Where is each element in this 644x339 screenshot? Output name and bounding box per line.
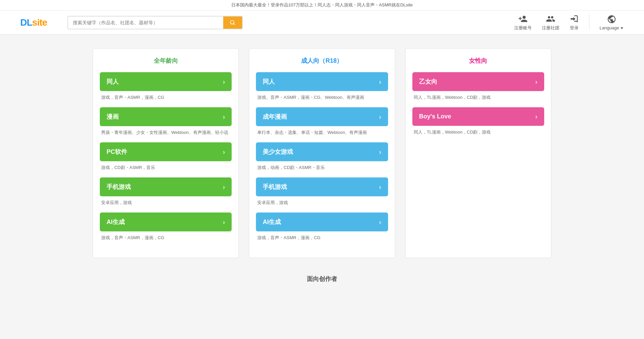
creator-section: 面向创作者 [93, 275, 551, 283]
category-desc-1-1: 单行本、杂志・选集、单话・短篇、Webtoon、有声漫画 [256, 129, 388, 136]
category-desc-0-3: 安卓应用，游戏 [100, 199, 232, 206]
category-btn-label-1-0: 同人 [263, 78, 275, 86]
creator-section-label: 面向创作者 [307, 276, 337, 282]
category-desc-2-1: 同人，TL漫画，Webtoon，CD剧，游戏 [412, 129, 544, 136]
chevron-right-icon-0-4: › [223, 218, 225, 226]
category-btn-label-0-0: 同人 [107, 78, 119, 86]
search-bar [67, 16, 243, 29]
chevron-right-icon-1-4: › [379, 218, 381, 226]
column-title-2: 女性向 [412, 57, 544, 65]
category-btn-0-4[interactable]: AI生成› [100, 213, 232, 231]
category-item-1-1: 成年漫画›单行本、杂志・选集、单话・短篇、Webtoon、有声漫画 [256, 107, 388, 136]
category-btn-2-1[interactable]: Boy's Love› [412, 107, 544, 126]
chevron-right-icon-1-0: › [379, 78, 381, 86]
chevron-right-icon-0-0: › [223, 78, 225, 86]
category-btn-2-0[interactable]: 乙女向› [412, 72, 544, 91]
category-btn-1-3[interactable]: 手机游戏› [256, 177, 388, 196]
logo[interactable]: DLsite [20, 17, 61, 28]
group-icon [546, 14, 555, 24]
register-account-label: 注册账号 [514, 25, 532, 31]
category-item-1-3: 手机游戏›安卓应用，游戏 [256, 177, 388, 206]
chevron-right-icon-0-2: › [223, 148, 225, 156]
search-button[interactable] [223, 17, 242, 29]
category-item-1-0: 同人›游戏、音声・ASMR，漫画・CG、Webtoon、有声漫画 [256, 72, 388, 101]
register-circle-link[interactable]: 注册社团 [542, 14, 559, 31]
category-btn-1-2[interactable]: 美少女游戏› [256, 142, 388, 161]
category-btn-label-2-0: 乙女向 [419, 78, 437, 86]
category-btn-0-0[interactable]: 同人› [100, 72, 232, 91]
category-column-1: 成人向（R18）同人›游戏、音声・ASMR，漫画・CG、Webtoon、有声漫画… [249, 48, 395, 258]
chevron-right-icon-1-1: › [379, 113, 381, 121]
register-circle-label: 注册社团 [542, 25, 559, 31]
category-btn-label-1-1: 成年漫画 [263, 113, 287, 121]
category-item-1-2: 美少女游戏›游戏，动画，CD剧・ASMR・音乐 [256, 142, 388, 171]
chevron-right-icon-0-1: › [223, 113, 225, 121]
top-banner: 日本国内最大最全！登录作品107万部以上！同人志・同人游戏・同人音声・ASMR就… [0, 0, 644, 10]
header-actions: 注册账号 注册社团 登录 [514, 14, 624, 31]
category-desc-2-0: 同人，TL漫画，Webtoon，CD剧，游戏 [412, 94, 544, 101]
categories-grid: 全年龄向同人›游戏，音声・ASMR，漫画，CG漫画›男孩・青年漫画、少女・女性漫… [93, 48, 551, 258]
category-item-2-1: Boy's Love›同人，TL漫画，Webtoon，CD剧，游戏 [412, 107, 544, 136]
login-icon [569, 14, 579, 24]
main-content: 全年龄向同人›游戏，音声・ASMR，漫画，CG漫画›男孩・青年漫画、少女・女性漫… [86, 35, 558, 303]
chevron-right-icon-1-3: › [379, 183, 381, 191]
category-item-0-1: 漫画›男孩・青年漫画、少女・女性漫画、Webtoon、有声漫画、轻小说 [100, 107, 232, 136]
category-desc-0-1: 男孩・青年漫画、少女・女性漫画、Webtoon、有声漫画、轻小说 [100, 129, 232, 136]
register-account-link[interactable]: 注册账号 [514, 14, 532, 31]
column-title-1: 成人向（R18） [256, 57, 388, 65]
banner-text: 日本国内最大最全！登录作品107万部以上！同人志・同人游戏・同人音声・ASMR就… [231, 2, 413, 7]
category-btn-0-3[interactable]: 手机游戏› [100, 177, 232, 196]
category-btn-1-4[interactable]: AI生成› [256, 213, 388, 231]
header: DLsite 注册账号 注册 [0, 10, 644, 35]
category-btn-label-0-2: PC软件 [107, 148, 127, 156]
search-icon [229, 19, 236, 26]
language-label: Language ▼ [599, 25, 624, 30]
category-column-0: 全年龄向同人›游戏，音声・ASMR，漫画，CG漫画›男孩・青年漫画、少女・女性漫… [93, 48, 239, 258]
chevron-right-icon-0-3: › [223, 183, 225, 191]
category-desc-1-3: 安卓应用，游戏 [256, 199, 388, 206]
column-title-0: 全年龄向 [100, 57, 232, 65]
login-link[interactable]: 登录 [569, 14, 579, 31]
category-btn-label-1-4: AI生成 [263, 218, 281, 226]
login-label: 登录 [570, 25, 579, 31]
category-btn-label-0-4: AI生成 [107, 218, 125, 226]
category-btn-label-0-1: 漫画 [107, 113, 119, 121]
category-desc-0-0: 游戏，音声・ASMR，漫画，CG [100, 94, 232, 101]
search-input[interactable] [68, 17, 223, 29]
category-item-0-0: 同人›游戏，音声・ASMR，漫画，CG [100, 72, 232, 101]
category-desc-1-2: 游戏，动画，CD剧・ASMR・音乐 [256, 164, 388, 171]
category-btn-label-0-3: 手机游戏 [107, 183, 131, 191]
category-btn-1-1[interactable]: 成年漫画› [256, 107, 388, 126]
chevron-right-icon-2-0: › [535, 78, 537, 86]
category-btn-0-1[interactable]: 漫画› [100, 107, 232, 126]
category-item-0-2: PC软件›游戏，CD剧・ASMR，音乐 [100, 142, 232, 171]
category-item-0-3: 手机游戏›安卓应用，游戏 [100, 177, 232, 206]
language-button[interactable]: Language ▼ [589, 15, 624, 30]
category-desc-0-4: 游戏，音声・ASMR，漫画，CG [100, 234, 232, 242]
category-desc-1-0: 游戏、音声・ASMR，漫画・CG、Webtoon、有声漫画 [256, 94, 388, 101]
category-desc-0-2: 游戏，CD剧・ASMR，音乐 [100, 164, 232, 171]
category-btn-label-1-2: 美少女游戏 [263, 148, 293, 156]
category-btn-label-1-3: 手机游戏 [263, 183, 287, 191]
category-item-1-4: AI生成›游戏，音声・ASMR，漫画，CG [256, 213, 388, 242]
category-item-2-0: 乙女向›同人，TL漫画，Webtoon，CD剧，游戏 [412, 72, 544, 101]
category-desc-1-4: 游戏，音声・ASMR，漫画，CG [256, 234, 388, 242]
globe-icon [607, 15, 616, 24]
category-item-0-4: AI生成›游戏，音声・ASMR，漫画，CG [100, 213, 232, 242]
category-btn-1-0[interactable]: 同人› [256, 72, 388, 91]
category-btn-label-2-1: Boy's Love [419, 113, 451, 120]
category-column-2: 女性向乙女向›同人，TL漫画，Webtoon，CD剧，游戏Boy's Love›… [405, 48, 551, 258]
chevron-right-icon-2-1: › [535, 113, 537, 120]
chevron-right-icon-1-2: › [379, 148, 381, 156]
category-btn-0-2[interactable]: PC软件› [100, 142, 232, 161]
person-add-icon [518, 14, 528, 24]
